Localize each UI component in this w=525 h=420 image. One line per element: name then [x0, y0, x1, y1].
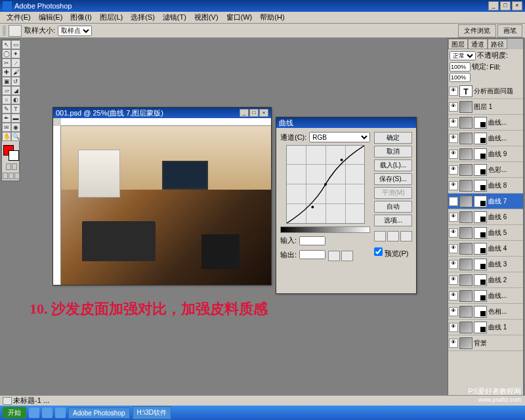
preview-checkbox[interactable]: 预览(P) [374, 247, 412, 259]
visibility-icon[interactable]: 👁 [449, 150, 458, 159]
close-button[interactable]: × [512, 1, 522, 10]
eyedrop-gray-icon[interactable] [387, 231, 399, 242]
options-button[interactable]: 选项... [374, 215, 412, 226]
minimize-button[interactable]: _ [488, 1, 499, 10]
layer-row[interactable]: 👁曲线 1 [448, 320, 523, 335]
marquee-tool[interactable]: ▭ [11, 40, 20, 49]
quick-launch-icon[interactable] [55, 408, 66, 418]
layer-mask[interactable] [474, 164, 487, 176]
pencil-tool-icon[interactable] [341, 251, 353, 261]
visibility-icon[interactable]: 👁 [449, 339, 458, 348]
crop-tool[interactable]: ✂ [2, 58, 11, 68]
tab-file-browser[interactable]: 文件浏览 [458, 24, 496, 37]
screen-mode-2[interactable] [9, 173, 14, 179]
eraser-tool[interactable]: ▱ [2, 86, 11, 95]
visibility-icon[interactable]: 👁 [449, 323, 458, 332]
menu-item[interactable]: 窗口(W) [222, 12, 257, 22]
layer-mask[interactable] [474, 290, 487, 302]
layer-row[interactable]: 👁曲线 5 [448, 225, 523, 241]
status-icon[interactable] [3, 397, 12, 405]
input-field[interactable] [299, 236, 326, 245]
layer-row[interactable]: 👁色彩... [448, 162, 523, 178]
eyedropper-icon[interactable] [9, 25, 22, 37]
load-button[interactable]: 载入(L)... [374, 159, 412, 171]
move-tool[interactable]: ↖ [2, 40, 11, 49]
layer-mask[interactable] [474, 196, 487, 207]
menu-item[interactable]: 选择(S) [127, 12, 159, 22]
auto-button[interactable]: 自动 [374, 201, 412, 213]
layer-row[interactable]: 👁曲线 7 [448, 194, 523, 209]
path-tool[interactable]: ✎ [2, 104, 11, 114]
layer-row[interactable]: 👁图层 1 [448, 99, 523, 115]
menu-item[interactable]: 滤镜(T) [159, 12, 190, 22]
menu-item[interactable]: 图像(I) [66, 12, 95, 22]
layer-mask[interactable] [474, 322, 487, 333]
screen-mode-3[interactable] [14, 173, 20, 179]
doc-close-button[interactable]: × [259, 109, 268, 117]
cancel-button[interactable]: 取消 [374, 146, 412, 158]
canvas[interactable] [61, 126, 271, 285]
layer-mask[interactable] [474, 117, 487, 129]
curves-graph[interactable] [286, 145, 365, 224]
lasso-tool[interactable]: ◯ [2, 49, 11, 58]
eyedrop-black-icon[interactable] [374, 231, 386, 242]
layer-row[interactable]: 👁曲线... [448, 131, 523, 146]
taskbar-item[interactable]: H:\3D软件 [133, 406, 172, 419]
quickmask-mode[interactable] [12, 163, 17, 170]
quick-launch-icon[interactable] [42, 408, 52, 418]
layer-mask[interactable] [474, 306, 487, 318]
layer-mask[interactable] [474, 227, 487, 239]
visibility-icon[interactable]: 👁 [449, 260, 458, 269]
opacity-field[interactable] [450, 62, 471, 72]
layer-mask[interactable] [474, 259, 487, 270]
layer-mask[interactable] [474, 180, 487, 192]
layer-row[interactable]: 👁曲线 6 [448, 209, 523, 225]
panel-tab[interactable]: 通道 [468, 39, 488, 49]
taskbar-item[interactable]: Adobe Photoshop [68, 408, 130, 419]
document-titlebar[interactable]: 001.psd @ 25%(曲线 7,图层蒙版) _ □ × [53, 108, 271, 118]
blur-tool[interactable]: ○ [2, 95, 11, 104]
layer-row[interactable]: 👁曲线 4 [448, 241, 523, 257]
gradient-bar[interactable] [280, 226, 370, 233]
layer-mask[interactable] [474, 133, 487, 144]
gradient-tool[interactable]: ◢ [11, 86, 20, 95]
menu-item[interactable]: 视图(V) [190, 12, 222, 22]
hand-tool[interactable]: ✋ [2, 132, 11, 141]
dodge-tool[interactable]: ◐ [11, 95, 20, 104]
zoom-tool[interactable]: 🔍 [11, 132, 20, 141]
layer-row[interactable]: 👁色相... [448, 304, 523, 320]
layer-row[interactable]: 👁曲线... [448, 115, 523, 131]
layer-row[interactable]: 👁曲线 9 [448, 146, 523, 162]
standard-mode[interactable] [6, 163, 11, 170]
layer-mask[interactable] [474, 211, 487, 223]
slice-tool[interactable]: ⟋ [11, 58, 20, 68]
curve-tool-icon[interactable] [328, 251, 340, 261]
maximize-button[interactable]: □ [500, 1, 511, 10]
notes-tool[interactable]: ✉ [2, 123, 11, 132]
layer-mask[interactable] [474, 274, 487, 286]
visibility-icon[interactable]: 👁 [449, 244, 458, 253]
background-color[interactable] [9, 150, 19, 161]
curves-titlebar[interactable]: 曲线 [276, 117, 416, 128]
visibility-icon[interactable]: 👁 [449, 228, 458, 238]
visibility-icon[interactable]: 👁 [449, 102, 458, 112]
visibility-icon[interactable]: 👁 [449, 165, 458, 175]
save-button[interactable]: 保存(S)... [374, 173, 412, 185]
menu-item[interactable]: 帮助(H) [256, 12, 288, 22]
panel-tab[interactable]: 路径 [488, 39, 507, 49]
shape-tool[interactable]: ▬ [11, 114, 20, 123]
doc-max-button[interactable]: □ [249, 109, 259, 117]
screen-mode-1[interactable] [3, 173, 8, 179]
color-swatch[interactable] [2, 144, 20, 162]
layer-mask[interactable] [474, 148, 487, 160]
panel-tab[interactable]: 图层 [448, 39, 468, 49]
wand-tool[interactable]: ✦ [11, 49, 20, 58]
visibility-icon[interactable]: 👁 [449, 213, 458, 222]
layer-mask[interactable] [474, 243, 487, 255]
gripper-icon[interactable] [3, 26, 6, 36]
heal-tool[interactable]: ✚ [2, 68, 11, 77]
sample-select[interactable]: 取样点 [58, 26, 92, 36]
visibility-icon[interactable]: 👁 [449, 87, 458, 96]
output-field[interactable] [299, 250, 326, 259]
brush-tool[interactable]: 🖌 [11, 68, 20, 77]
